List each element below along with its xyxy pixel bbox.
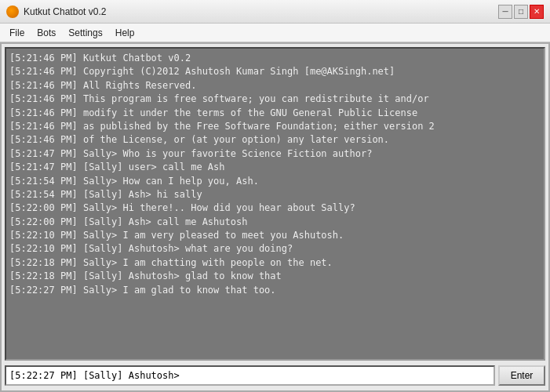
chat-line: [5:22:18 PM] [Sally] Ashutosh> glad to k… [9,270,541,283]
window-title: Kutkut Chatbot v0.2 [24,6,106,17]
chat-line: [5:22:18 PM] Sally> I am chatting with p… [9,256,541,270]
chat-line: [5:21:46 PM] All Rights Reserved. [9,79,541,93]
app-icon [6,5,19,18]
chat-line: [5:21:46 PM] Kutkut Chatbot v0.2 [9,52,541,65]
input-row: Enter [2,362,548,390]
chat-line: [5:21:46 PM] This program is free softwa… [9,93,541,106]
chat-line: [5:21:46 PM] of the License, or (at your… [9,133,541,147]
title-bar-left: Kutkut Chatbot v0.2 [6,5,106,18]
title-bar: Kutkut Chatbot v0.2 ─ □ ✕ [0,0,550,24]
close-button[interactable]: ✕ [530,5,544,19]
chat-line: [5:22:00 PM] [Sally] Ash> call me Ashuto… [9,216,541,229]
menu-bots[interactable]: Bots [31,26,62,40]
menu-file[interactable]: File [3,26,31,40]
chat-line: [5:21:47 PM] Sally> Who is your favorite… [9,147,541,161]
title-bar-controls: ─ □ ✕ [498,5,544,19]
chat-line: [5:21:54 PM] [Sally] Ash> hi sally [9,188,541,201]
menu-bar: File Bots Settings Help [0,24,550,42]
chat-line: [5:22:27 PM] Sally> I am glad to know th… [9,284,541,297]
chat-area[interactable]: [5:21:46 PM] Kutkut Chatbot v0.2[5:21:46… [5,47,545,361]
chat-line: [5:22:10 PM] Sally> I am very pleased to… [9,229,541,242]
chat-line: [5:22:10 PM] [Sally] Ashutosh> what are … [9,242,541,256]
chat-line: [5:21:54 PM] Sally> How can I help you, … [9,175,541,188]
chat-line: [5:21:47 PM] [Sally] user> call me Ash [9,161,541,174]
minimize-button[interactable]: ─ [498,5,512,19]
maximize-button[interactable]: □ [514,5,528,19]
chat-input[interactable] [5,365,495,386]
chat-line: [5:22:00 PM] Sally> Hi there!.. How did … [9,201,541,215]
chat-line: [5:21:46 PM] modify it under the terms o… [9,107,541,120]
menu-settings[interactable]: Settings [62,26,108,40]
main-window: [5:21:46 PM] Kutkut Chatbot v0.2[5:21:46… [0,42,550,392]
chat-line: [5:21:46 PM] Copyright (C)2012 Ashutosh … [9,65,541,78]
menu-help[interactable]: Help [109,26,141,40]
chat-line: [5:21:46 PM] as published by the Free So… [9,120,541,133]
enter-button[interactable]: Enter [498,365,545,386]
